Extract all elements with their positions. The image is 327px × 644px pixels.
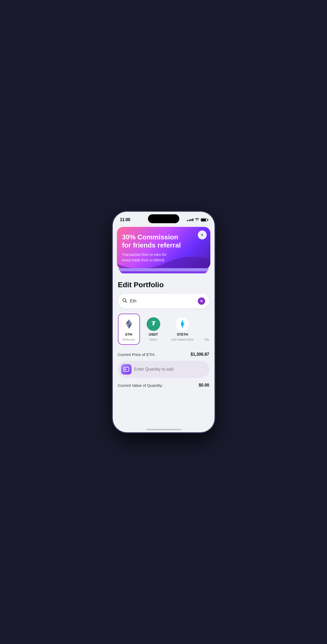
- usdt-symbol: USDT: [149, 332, 158, 336]
- scroll-content[interactable]: × 30% Commission for friends referral Tr…: [113, 225, 215, 432]
- value-label: Current Value of Quantity:: [118, 383, 163, 388]
- token-item-steth[interactable]: STETH Lido Staked Ether: [167, 314, 198, 345]
- etc-name: Ethereum Classic: [205, 338, 209, 341]
- quantity-field: [118, 361, 209, 378]
- usdt-logo: ₮: [147, 317, 160, 331]
- steth-symbol: STETH: [177, 332, 188, 336]
- svg-rect-27: [124, 369, 126, 370]
- battery-icon: [201, 218, 207, 222]
- token-item-eth[interactable]: ETH Ethereum: [118, 314, 140, 345]
- wifi-icon: [195, 218, 199, 222]
- promo-title: 30% Commission for friends referral: [122, 233, 185, 249]
- price-value: $1,306.87: [191, 352, 209, 357]
- search-icon: [122, 298, 127, 304]
- status-time: 11:00: [120, 217, 130, 222]
- steth-logo: [176, 317, 189, 331]
- token-item-usdt[interactable]: ₮ USDT Tether: [142, 314, 164, 345]
- svg-point-13: [181, 323, 184, 326]
- token-list[interactable]: ETH Ethereum ₮ USDT Tether: [118, 314, 209, 346]
- eth-logo: [122, 317, 136, 331]
- eth-name: Ethereum: [123, 338, 135, 341]
- usdt-name: Tether: [149, 338, 157, 341]
- value-row: Current Value of Quantity: $0.00: [118, 383, 209, 388]
- promo-banner: × 30% Commission for friends referral Tr…: [117, 227, 210, 269]
- steth-name: Lido Staked Ether: [171, 338, 194, 341]
- price-label: Current Price of ETH:: [118, 352, 155, 357]
- quantity-input[interactable]: [134, 367, 205, 372]
- promo-subtitle: Transaction fees to earn for every trade…: [122, 252, 176, 263]
- svg-text:₮: ₮: [152, 320, 156, 327]
- banner-stack: [117, 269, 210, 275]
- quantity-icon: [121, 364, 132, 375]
- value-amount: $0.00: [199, 383, 209, 388]
- status-icons: [187, 218, 207, 222]
- eth-symbol: ETH: [126, 332, 132, 336]
- promo-close-button[interactable]: ×: [198, 231, 207, 239]
- search-input[interactable]: [130, 298, 195, 304]
- main-content: Edit Portfolio ✕: [113, 275, 215, 388]
- token-item-etc[interactable]: ETC Ethereum Classic: [201, 314, 209, 345]
- phone-frame: 11:00 ×: [113, 212, 215, 432]
- search-clear-button[interactable]: ✕: [198, 297, 205, 305]
- page-title: Edit Portfolio: [118, 281, 209, 289]
- screen: 11:00 ×: [113, 212, 215, 432]
- dynamic-island: [148, 214, 179, 223]
- home-indicator: [146, 429, 181, 430]
- signal-icon: [187, 218, 193, 221]
- stack-card-1: [118, 268, 209, 271]
- search-bar: ✕: [118, 294, 209, 308]
- price-row: Current Price of ETH: $1,306.87: [118, 352, 209, 357]
